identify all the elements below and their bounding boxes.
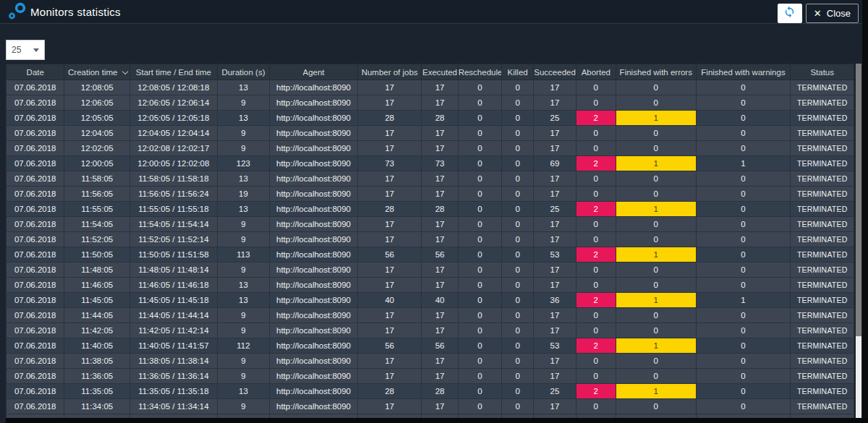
vertical-scrollbar[interactable] (856, 64, 861, 418)
cell-killed: 0 (502, 399, 534, 414)
cell-warnings: 0 (696, 95, 791, 111)
cell-status: TERMINATED (791, 262, 854, 278)
cell-jobs: 17 (357, 278, 422, 293)
refresh-button[interactable] (778, 4, 802, 23)
cell-status: TERMINATED (791, 171, 854, 187)
cell-agent: http://localhost:8090 (270, 354, 358, 369)
cell-warnings: 0 (696, 171, 791, 187)
cell-executed: 28 (422, 202, 458, 217)
cell-aborted: 2 (576, 156, 616, 171)
cell-date: 07.06.2018 (7, 262, 64, 278)
cell-executed: 17 (422, 126, 458, 141)
cell-agent: http://localhost:8090 (270, 126, 358, 141)
cell-creation-time: 12:06:05 (64, 95, 130, 111)
column-header-agent[interactable]: Agent (270, 64, 358, 80)
cell-date: 07.06.2018 (7, 141, 64, 156)
cell-errors: 1 (616, 156, 696, 171)
cell-succeeded: 17 (534, 369, 576, 384)
cell-jobs: 17 (357, 262, 422, 278)
cell-rescheduled: 0 (458, 202, 501, 217)
cell-errors: 0 (616, 354, 696, 369)
cell-warnings: 0 (696, 399, 791, 414)
cell-jobs: 56 (357, 338, 422, 354)
column-header-killed[interactable]: Killed (502, 64, 534, 80)
table-row: 07.06.201812:02:0512:02:08 / 12:02:179ht… (7, 141, 854, 156)
column-header-jobs[interactable]: Number of jobs (357, 64, 422, 80)
cell-executed: 17 (422, 187, 458, 202)
column-header-succeeded[interactable]: Succeeded (534, 64, 576, 80)
cell-agent: http://localhost:8090 (270, 262, 358, 278)
cell-aborted: 0 (576, 399, 616, 414)
table-row: 07.06.201811:52:0511:52:05 / 11:52:149ht… (7, 232, 854, 247)
cell-aborted: 0 (576, 126, 616, 141)
table-row: 07.06.201812:04:0512:04:05 / 12:04:149ht… (7, 126, 854, 141)
cell-jobs: 17 (357, 323, 422, 338)
cell-creation-time: 11:44:05 (64, 308, 130, 323)
cell-creation-time: 11:52:05 (64, 232, 130, 247)
cell-date: 07.06.2018 (7, 384, 64, 399)
cell-errors: 1 (616, 338, 696, 354)
cell-creation-time: 12:02:05 (64, 141, 130, 156)
cell-errors: 0 (616, 126, 696, 141)
close-button[interactable]: ✕ Close (806, 4, 859, 23)
cell-start-end: 12:00:05 / 12:02:08 (130, 156, 218, 171)
monitors-statistics-window: Monitors statistics ✕ Close 25 DateCreat… (0, 0, 868, 423)
column-header-date[interactable]: Date (7, 64, 64, 80)
table-row: 07.06.201811:34:0511:34:05 / 11:34:149ht… (7, 399, 854, 414)
page-size-select[interactable]: 25 (6, 40, 45, 60)
cell-jobs: 17 (357, 217, 422, 232)
cell-killed: 0 (502, 171, 534, 187)
cell-rescheduled: 0 (458, 111, 501, 126)
column-header-status[interactable]: Status (791, 64, 854, 80)
title-bar-actions: ✕ Close (778, 4, 859, 23)
cell-start-end: 11:35:05 / 11:35:18 (130, 384, 218, 399)
cell-rescheduled: 0 (458, 171, 501, 187)
cell-warnings: 0 (696, 323, 791, 338)
cell-errors: 1 (616, 111, 696, 126)
cell-rescheduled: 0 (458, 80, 501, 95)
cell-aborted: 0 (576, 171, 616, 187)
cell-jobs: 28 (357, 202, 422, 217)
cell-date: 07.06.2018 (7, 111, 64, 126)
cell-executed: 56 (422, 247, 458, 262)
cell-aborted: 0 (576, 369, 616, 384)
cell-date: 07.06.2018 (7, 308, 64, 323)
cell-errors: 0 (616, 232, 696, 247)
cell-executed: 40 (422, 293, 458, 308)
cell-date: 07.06.2018 (7, 156, 64, 171)
cell-killed: 0 (502, 384, 534, 399)
cell-date: 07.06.2018 (7, 171, 64, 187)
column-header-rescheduled[interactable]: Rescheduled (458, 64, 501, 80)
cell-date: 07.06.2018 (7, 369, 64, 384)
cell-duration: 9 (217, 262, 269, 278)
cell-errors: 1 (616, 202, 696, 217)
cell-creation-time: 11:46:05 (64, 278, 130, 293)
column-header-errors[interactable]: Finished with errors (616, 64, 696, 80)
cell-creation-time: 11:45:05 (64, 293, 130, 308)
cell-start-end: 11:52:05 / 11:52:14 (130, 232, 218, 247)
cell-warnings: 0 (696, 202, 791, 217)
cell-creation-time: 11:38:05 (64, 354, 130, 369)
cell-succeeded: 25 (534, 111, 576, 126)
sort-descending-icon (122, 68, 128, 74)
cell-executed: 17 (422, 80, 458, 95)
cell-warnings: 0 (696, 354, 791, 369)
cell-date: 07.06.2018 (7, 354, 64, 369)
scrollbar-thumb[interactable] (856, 64, 861, 336)
cell-aborted: 2 (576, 247, 616, 262)
column-header-creation-time[interactable]: Creation time (64, 64, 130, 80)
cell-creation-time: 11:54:05 (64, 217, 130, 232)
table-row: 07.06.201811:50:0511:50:05 / 11:51:58113… (7, 247, 854, 262)
column-header-duration[interactable]: Duration (s) (217, 64, 269, 80)
column-header-start-end[interactable]: Start time / End time (130, 64, 218, 80)
column-header-executed[interactable]: Executed (422, 64, 458, 80)
cell-errors: 1 (616, 384, 696, 399)
cell-agent: http://localhost:8090 (270, 156, 358, 171)
cell-aborted: 2 (576, 384, 616, 399)
cell-killed: 0 (502, 141, 534, 156)
cell-duration: 13 (217, 293, 269, 308)
cell-rescheduled: 0 (458, 262, 501, 278)
column-header-warnings[interactable]: Finished with warnings (696, 64, 791, 80)
cell-rescheduled: 0 (458, 217, 501, 232)
column-header-aborted[interactable]: Aborted (576, 64, 616, 80)
